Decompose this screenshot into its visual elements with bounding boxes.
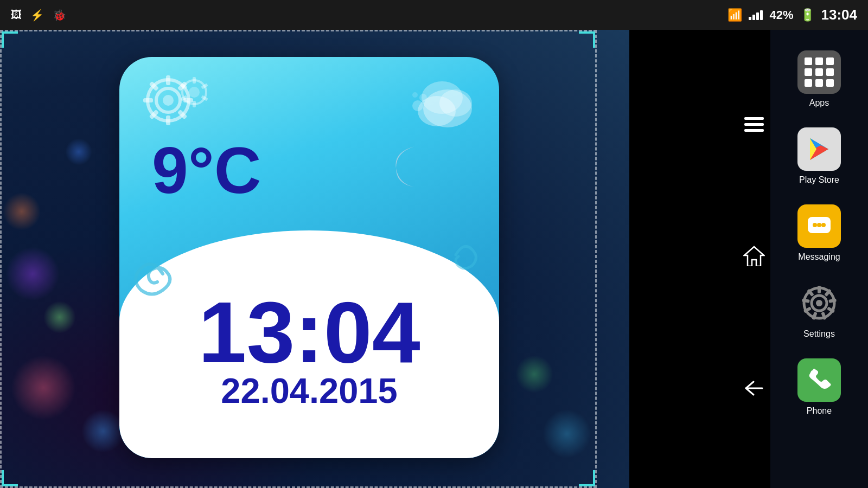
svg-point-33 (821, 223, 826, 227)
settings-icon (797, 281, 841, 325)
apps-dot (815, 68, 823, 76)
sidebar-item-messaging[interactable]: Messaging (770, 195, 868, 272)
apps-dot (826, 57, 834, 65)
corner-br (579, 470, 595, 486)
main-background: 9°C 13:04 22.04.2015 (0, 30, 629, 488)
corner-tr (579, 31, 595, 48)
apps-icon (797, 50, 841, 94)
settings-label: Settings (803, 329, 835, 339)
side-nav (738, 30, 770, 488)
sidebar: Apps Play Store Messaging (770, 30, 868, 488)
status-left-icons: 🖼 ⚡ 🐞 (11, 9, 66, 22)
sidebar-item-apps[interactable]: Apps (770, 41, 868, 118)
usb-icon: ⚡ (30, 9, 44, 22)
bug-icon: 🐞 (53, 9, 66, 22)
signal-bars (749, 10, 763, 20)
play-store-label: Play Store (799, 175, 839, 185)
apps-dot (805, 57, 812, 65)
svg-marker-29 (744, 247, 764, 266)
svg-point-37 (816, 300, 822, 306)
apps-dot (815, 79, 823, 87)
wifi-icon: 📶 (727, 8, 742, 22)
back-icon[interactable] (738, 374, 770, 406)
apps-dot (826, 68, 834, 76)
play-store-icon (797, 127, 841, 171)
svg-rect-28 (744, 129, 764, 132)
signal-bar-1 (749, 17, 751, 20)
messaging-label: Messaging (798, 252, 840, 262)
clock-time: 13:04 (821, 7, 858, 23)
status-bar: 🖼 ⚡ 🐞 📶 42% 🔋 13:04 (0, 0, 868, 30)
image-icon: 🖼 (11, 9, 22, 21)
apps-label: Apps (809, 98, 829, 108)
sidebar-item-play-store[interactable]: Play Store (770, 118, 868, 195)
selection-box (0, 30, 597, 488)
signal-bar-2 (752, 15, 755, 20)
corner-bl (2, 470, 18, 486)
svg-rect-38 (818, 286, 821, 293)
svg-point-32 (817, 223, 821, 227)
svg-point-31 (813, 223, 817, 227)
signal-bar-4 (760, 10, 763, 20)
status-right-icons: 📶 42% 🔋 13:04 (727, 7, 857, 23)
svg-rect-26 (744, 117, 764, 120)
apps-grid-dots (805, 57, 834, 87)
phone-label: Phone (807, 406, 832, 416)
svg-rect-27 (744, 123, 764, 126)
hamburger-menu-icon[interactable] (739, 112, 769, 142)
phone-icon (797, 358, 841, 402)
sidebar-item-phone[interactable]: Phone (770, 349, 868, 426)
apps-dot (805, 79, 812, 87)
home-icon[interactable] (738, 240, 770, 275)
apps-dot (815, 57, 823, 65)
signal-bar-3 (756, 12, 759, 20)
sidebar-item-settings[interactable]: Settings (770, 272, 868, 349)
battery-icon: 🔋 (800, 8, 815, 22)
apps-dot (805, 68, 812, 76)
apps-dot (826, 79, 834, 87)
messaging-icon (797, 204, 841, 248)
battery-percent: 42% (769, 8, 793, 22)
corner-tl (2, 31, 18, 48)
